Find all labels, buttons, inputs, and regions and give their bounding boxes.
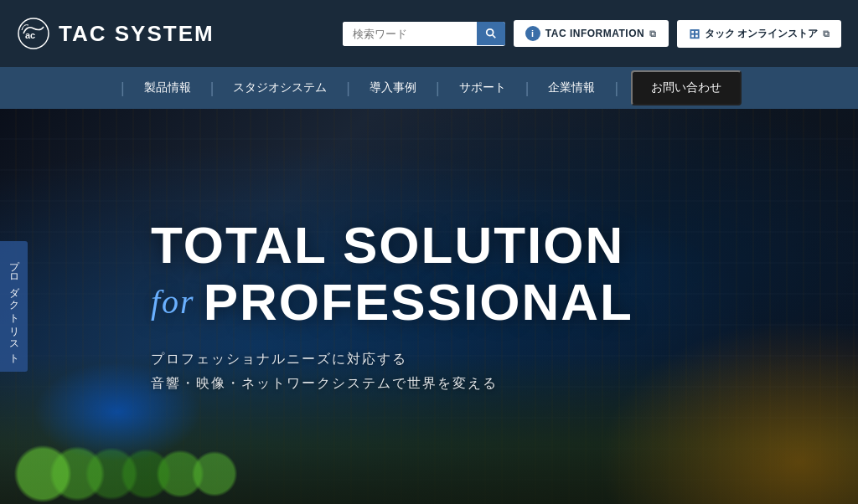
cart-icon: ⊞	[689, 26, 700, 42]
search-wrapper	[343, 22, 505, 46]
external-link-icon: ⧉	[649, 28, 657, 39]
hero-title-professional: PROFESSIONAL	[204, 274, 633, 331]
nav-divider-0: |	[116, 80, 129, 97]
logo-text: TAC SYSTEM	[59, 21, 214, 47]
nav-item-products[interactable]: 製品情報	[129, 76, 206, 100]
nav-bar: | 製品情報 | スタジオシステム | 導入事例 | サポート | 企業情報 |…	[0, 67, 858, 109]
hero-title-line1: TOTAL SOLUTION	[151, 217, 633, 274]
nav-divider-2: |	[342, 80, 354, 97]
hero-subtitle: プロフェッショナルニーズに対応する 音響・映像・ネットワークシステムで世界を変え…	[151, 347, 633, 396]
nav-item-studio[interactable]: スタジオシステム	[218, 76, 342, 100]
side-product-list-tab[interactable]: プロダクトリスト	[0, 241, 28, 372]
svg-line-3	[493, 35, 496, 39]
search-area: i TAC INFORMATION ⧉ ⊞ タック オンラインストア ⧉	[343, 20, 841, 48]
tac-information-button[interactable]: i TAC INFORMATION ⧉	[514, 20, 669, 47]
nav-item-company[interactable]: 企業情報	[533, 76, 610, 100]
search-input[interactable]	[343, 22, 477, 46]
hero-section: プロダクトリスト TOTAL SOLUTION for PROFESSIONAL…	[0, 109, 858, 504]
tac-info-label: TAC INFORMATION	[545, 28, 644, 39]
nav-divider-3: |	[432, 80, 444, 97]
search-icon	[485, 28, 497, 39]
nav-divider-1: |	[206, 80, 219, 97]
search-button[interactable]	[477, 22, 505, 45]
hero-subtitle-line2: 音響・映像・ネットワークシステムで世界を変える	[151, 372, 633, 396]
hero-title-line2: for PROFESSIONAL	[151, 274, 633, 331]
tac-store-button[interactable]: ⊞ タック オンラインストア ⧉	[677, 20, 841, 48]
hero-content: TOTAL SOLUTION for PROFESSIONAL プロフェッショナ…	[151, 217, 633, 396]
nav-contact-button[interactable]: お問い合わせ	[631, 70, 742, 105]
header: ac TAC SYSTEM i TAC INFORMATION ⧉ ⊞ タック …	[0, 0, 858, 67]
svg-point-2	[487, 29, 494, 36]
nav-item-support[interactable]: サポート	[444, 76, 521, 100]
tac-logo-icon: ac	[17, 17, 50, 50]
svg-text:ac: ac	[25, 30, 35, 40]
logo-area: ac TAC SYSTEM	[17, 17, 214, 50]
nav-divider-5: |	[610, 80, 623, 97]
nav-item-cases[interactable]: 導入事例	[354, 76, 432, 100]
hero-for-text: for	[151, 284, 195, 321]
hero-subtitle-line1: プロフェッショナルニーズに対応する	[151, 347, 633, 372]
external-link-icon-2: ⧉	[823, 28, 830, 39]
tac-store-label: タック オンラインストア	[705, 27, 818, 41]
nav-divider-4: |	[521, 80, 534, 97]
info-icon: i	[525, 26, 540, 41]
